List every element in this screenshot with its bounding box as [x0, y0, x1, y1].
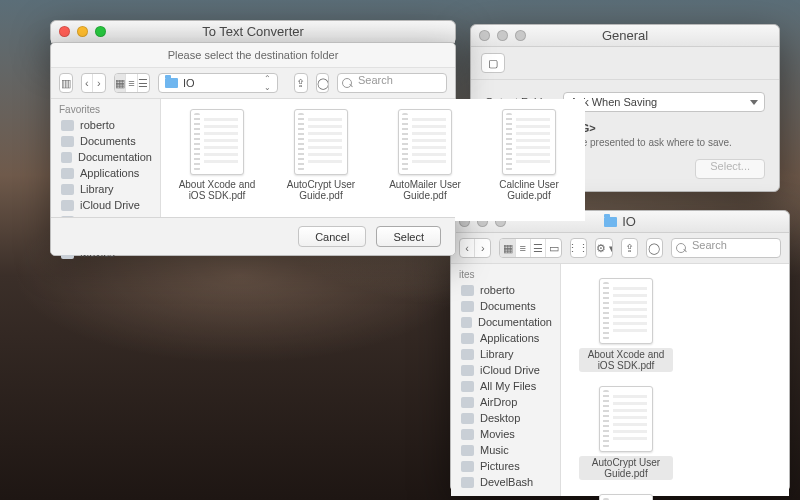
share-button[interactable]: ⇪	[621, 238, 638, 258]
sidebar-item[interactable]: Documentation	[51, 149, 160, 165]
file-thumbnail-icon	[599, 386, 653, 452]
file-thumbnail-icon	[294, 109, 348, 175]
view-switcher[interactable]: ▦≡☰▭	[499, 238, 562, 258]
sidebar-item-icon	[61, 120, 74, 131]
close-icon[interactable]	[479, 30, 490, 41]
sidebar-item[interactable]: Movies	[451, 426, 560, 442]
sidebar-item-label: iCloud Drive	[480, 364, 540, 376]
window-title: General	[602, 28, 648, 43]
sidebar-item-label: Pictures	[480, 460, 520, 472]
zoom-icon[interactable]	[95, 26, 106, 37]
sidebar-item-label: roberto	[80, 119, 115, 131]
sidebar-item-icon	[461, 317, 472, 328]
sidebar-item-label: roberto	[480, 284, 515, 296]
output-folder-popup[interactable]: Ask When Saving	[563, 92, 765, 112]
sidebar-item[interactable]: Library	[51, 181, 160, 197]
sidebar-item-label: Music	[480, 444, 509, 456]
folder-icon	[604, 217, 617, 227]
sidebar-item[interactable]: roberto	[51, 117, 160, 133]
general-tab-icon[interactable]: ▢	[481, 53, 505, 73]
sidebar-item-icon	[461, 461, 474, 472]
sidebar-item-icon	[61, 136, 74, 147]
file-name: AutoCrypt User Guide.pdf	[579, 456, 673, 480]
sidebar-item-icon	[461, 477, 474, 488]
cancel-button[interactable]: Cancel	[298, 226, 366, 247]
file-item[interactable]: AutoMailer User Guide.pdf	[383, 109, 467, 201]
sidebar-item[interactable]: roberto	[451, 282, 560, 298]
sidebar-item[interactable]: Documents	[451, 298, 560, 314]
destination-folder-sheet: Please select the destination folder ▥ ‹…	[50, 42, 456, 256]
sidebar-item[interactable]: Applications	[451, 330, 560, 346]
sheet-message: Please select the destination folder	[51, 43, 455, 68]
sidebar-item-label: Applications	[480, 332, 539, 344]
sidebar-item-label: Documentation	[78, 151, 152, 163]
path-popup-value: IO	[183, 77, 195, 89]
file-item[interactable]: AutoMailer User Guide.pdf	[579, 494, 673, 500]
view-switcher[interactable]: ▦≡☰	[114, 73, 151, 93]
sidebar-item-icon	[61, 200, 74, 211]
sidebar-item[interactable]: Library	[451, 346, 560, 362]
close-icon[interactable]	[59, 26, 70, 37]
sidebar-item-icon	[461, 333, 474, 344]
sheet-file-grid[interactable]: About Xcode and iOS SDK.pdfAutoCrypt Use…	[161, 99, 585, 221]
sidebar-item-label: Documents	[80, 135, 136, 147]
file-item[interactable]: Calcline User Guide.pdf	[487, 109, 571, 201]
sidebar-item[interactable]: DevelBash	[451, 474, 560, 490]
search-input[interactable]: Search	[337, 73, 447, 93]
nav-buttons[interactable]: ‹›	[459, 238, 491, 258]
arrange-menu[interactable]: ⋮⋮ ▾	[570, 238, 587, 258]
sidebar-item-label: Library	[480, 348, 514, 360]
zoom-icon[interactable]	[515, 30, 526, 41]
search-input[interactable]: Search	[671, 238, 781, 258]
file-name: About Xcode and iOS SDK.pdf	[579, 348, 673, 372]
file-name: AutoMailer User Guide.pdf	[383, 179, 467, 201]
share-button[interactable]: ⇪	[294, 73, 308, 93]
action-menu[interactable]: ⚙ ▾	[595, 238, 612, 258]
file-name: AutoCrypt User Guide.pdf	[279, 179, 363, 201]
sidebar-item-label: AirDrop	[480, 396, 517, 408]
titlebar[interactable]: General	[471, 25, 779, 47]
finder-sidebar: ites robertoDocumentsDocumentationApplic…	[451, 264, 561, 496]
select-button[interactable]: Select	[376, 226, 441, 247]
sidebar-item[interactable]: Documents	[51, 133, 160, 149]
file-item[interactable]: About Xcode and iOS SDK.pdf	[175, 109, 259, 201]
sidebar-item-icon	[461, 381, 474, 392]
sidebar-item-icon	[461, 301, 474, 312]
tags-button[interactable]: ◯	[316, 73, 330, 93]
file-item[interactable]: About Xcode and iOS SDK.pdf	[579, 278, 673, 372]
sidebar-item[interactable]: Applications	[51, 165, 160, 181]
sidebar-item-icon	[61, 184, 74, 195]
sidebar-item[interactable]: All My Files	[451, 378, 560, 394]
sidebar-item-icon	[461, 365, 474, 376]
sidebar-item-icon	[461, 429, 474, 440]
sidebar-item-icon	[461, 349, 474, 360]
sidebar-item-icon	[61, 152, 72, 163]
sidebar-toggle[interactable]: ▥	[59, 73, 73, 93]
sidebar-item[interactable]: Documentation	[451, 314, 560, 330]
sidebar-item[interactable]: Desktop	[451, 410, 560, 426]
sidebar-item[interactable]: iCloud Drive	[51, 197, 160, 213]
minimize-icon[interactable]	[77, 26, 88, 37]
sidebar-item-label: All My Files	[480, 380, 536, 392]
path-popup[interactable]: IO ⌃⌄	[158, 73, 278, 93]
file-thumbnail-icon	[599, 278, 653, 344]
sidebar-item[interactable]: Music	[451, 442, 560, 458]
sidebar-item-label: Library	[80, 183, 114, 195]
sidebar-item-label: Documentation	[478, 316, 552, 328]
toolbar: ▢	[471, 47, 779, 80]
file-thumbnail-icon	[190, 109, 244, 175]
titlebar[interactable]: To Text Converter	[51, 21, 455, 43]
sidebar-item-icon	[461, 397, 474, 408]
finder-file-grid[interactable]: About Xcode and iOS SDK.pdfAutoCrypt Use…	[561, 264, 789, 496]
sidebar-item-label: Documents	[480, 300, 536, 312]
sidebar-item[interactable]: Pictures	[451, 458, 560, 474]
sidebar-item[interactable]: AirDrop	[451, 394, 560, 410]
file-item[interactable]: AutoCrypt User Guide.pdf	[279, 109, 363, 201]
tags-button[interactable]: ◯	[646, 238, 663, 258]
minimize-icon[interactable]	[497, 30, 508, 41]
file-item[interactable]: AutoCrypt User Guide.pdf	[579, 386, 673, 480]
sidebar-item[interactable]: iCloud Drive	[451, 362, 560, 378]
nav-buttons[interactable]: ‹›	[81, 73, 106, 93]
window-title: IO	[622, 214, 636, 229]
select-folder-button: Select...	[695, 159, 765, 179]
